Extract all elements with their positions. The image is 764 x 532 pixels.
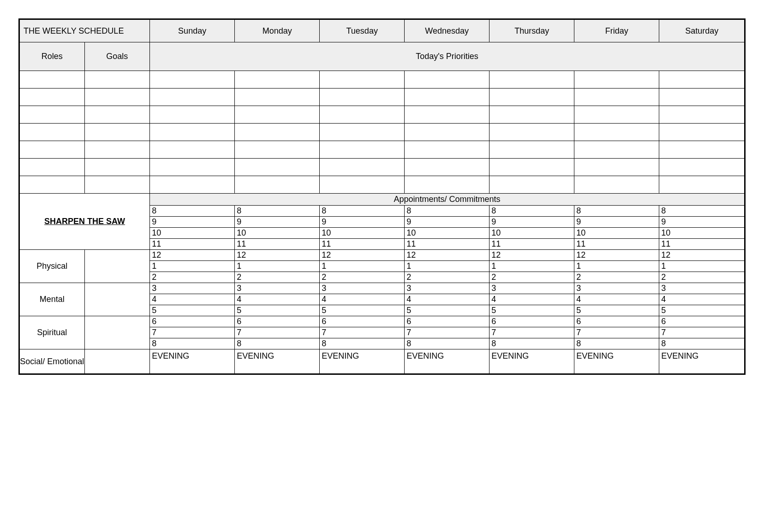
hour-cell: 9 <box>574 217 659 228</box>
evening-cell: EVENING <box>405 349 489 374</box>
hour-cell: 3 <box>235 283 320 294</box>
hour-cell: 11 <box>320 239 405 250</box>
hour-cell: 7 <box>574 327 659 338</box>
hour-cell: 7 <box>150 327 235 338</box>
hour-cell: 10 <box>489 228 574 239</box>
hour-cell: 4 <box>150 294 235 305</box>
hour-cell: 11 <box>150 239 235 250</box>
hour-cell: 7 <box>235 327 320 338</box>
day-sunday: Sunday <box>150 19 235 42</box>
hour-cell: 8 <box>574 206 659 217</box>
dimension-goal-cell <box>84 283 150 316</box>
hour-cell: 8 <box>405 338 489 349</box>
priority-row <box>19 141 745 159</box>
roles-header: Roles <box>19 42 85 71</box>
hour-cell: 12 <box>659 250 745 261</box>
day-thursday: Thursday <box>489 19 574 42</box>
hour-cell: 8 <box>320 206 405 217</box>
priorities-header: Today's Priorities <box>150 42 745 71</box>
hour-cell: 6 <box>659 316 745 327</box>
hour-cell: 11 <box>574 239 659 250</box>
hour-cell: 3 <box>320 283 405 294</box>
hour-cell: 8 <box>150 206 235 217</box>
hour-cell: 8 <box>235 338 320 349</box>
hour-cell: 12 <box>150 250 235 261</box>
day-friday: Friday <box>574 19 659 42</box>
hour-cell: 9 <box>150 217 235 228</box>
hour-cell: 5 <box>320 305 405 316</box>
evening-cell: EVENING <box>574 349 659 374</box>
hour-cell: 3 <box>150 283 235 294</box>
hour-cell: 10 <box>659 228 745 239</box>
hour-cell: 8 <box>659 206 745 217</box>
hour-cell: 2 <box>405 272 489 283</box>
priority-row <box>19 159 745 176</box>
hour-cell: 3 <box>659 283 745 294</box>
hour-cell: 8 <box>405 206 489 217</box>
hour-cell: 4 <box>574 294 659 305</box>
dimension-goal-cell <box>84 349 150 374</box>
appointments-header-row: SHARPEN THE SAW Appointments/ Commitment… <box>19 194 745 206</box>
hour-cell: 1 <box>235 261 320 272</box>
dimension-spiritual: Spiritual <box>19 316 85 349</box>
hour-cell: 6 <box>150 316 235 327</box>
hour-cell: 9 <box>235 217 320 228</box>
hour-cell: 5 <box>489 305 574 316</box>
schedule-title: THE WEEKLY SCHEDULE <box>19 19 150 42</box>
hour-cell: 8 <box>320 338 405 349</box>
hour-cell: 3 <box>574 283 659 294</box>
hour-cell: 10 <box>235 228 320 239</box>
hour-cell: 1 <box>659 261 745 272</box>
hour-cell: 12 <box>235 250 320 261</box>
hour-cell: 6 <box>489 316 574 327</box>
hour-cell: 6 <box>574 316 659 327</box>
hour-cell: 8 <box>489 338 574 349</box>
dimension-goal-cell <box>84 250 150 283</box>
hour-cell: 12 <box>405 250 489 261</box>
hour-cell: 7 <box>489 327 574 338</box>
hour-row: Physical 12 12 12 12 12 12 12 <box>19 250 745 261</box>
hour-cell: 1 <box>574 261 659 272</box>
hour-cell: 9 <box>405 217 489 228</box>
evening-row: Social/ Emotional EVENING EVENING EVENIN… <box>19 349 745 374</box>
hour-cell: 5 <box>150 305 235 316</box>
hour-cell: 11 <box>489 239 574 250</box>
evening-cell: EVENING <box>235 349 320 374</box>
day-tuesday: Tuesday <box>320 19 405 42</box>
hour-cell: 12 <box>574 250 659 261</box>
hour-cell: 2 <box>574 272 659 283</box>
hour-cell: 8 <box>235 206 320 217</box>
hour-cell: 5 <box>574 305 659 316</box>
header-row: THE WEEKLY SCHEDULE Sunday Monday Tuesda… <box>19 19 745 42</box>
hour-cell: 10 <box>320 228 405 239</box>
evening-cell: EVENING <box>150 349 235 374</box>
hour-cell: 10 <box>574 228 659 239</box>
hour-cell: 6 <box>235 316 320 327</box>
goals-header: Goals <box>84 42 150 71</box>
hour-cell: 7 <box>320 327 405 338</box>
hour-cell: 4 <box>320 294 405 305</box>
dimension-physical: Physical <box>19 250 85 283</box>
weekly-schedule-table: THE WEEKLY SCHEDULE Sunday Monday Tuesda… <box>18 18 746 375</box>
hour-row: Spiritual 6 6 6 6 6 6 6 <box>19 316 745 327</box>
hour-cell: 5 <box>405 305 489 316</box>
hour-cell: 8 <box>574 338 659 349</box>
hour-cell: 9 <box>659 217 745 228</box>
hour-cell: 5 <box>659 305 745 316</box>
evening-cell: EVENING <box>489 349 574 374</box>
hour-cell: 8 <box>150 338 235 349</box>
dimension-social-emotional: Social/ Emotional <box>19 349 85 374</box>
sharpen-the-saw-header: SHARPEN THE SAW <box>19 194 150 250</box>
priority-row <box>19 106 745 124</box>
hour-cell: 11 <box>659 239 745 250</box>
priority-row <box>19 124 745 141</box>
evening-cell: EVENING <box>659 349 745 374</box>
hour-cell: 6 <box>405 316 489 327</box>
hour-cell: 2 <box>489 272 574 283</box>
hour-cell: 3 <box>489 283 574 294</box>
dimension-mental: Mental <box>19 283 85 316</box>
hour-cell: 1 <box>405 261 489 272</box>
hour-cell: 1 <box>150 261 235 272</box>
hour-cell: 10 <box>150 228 235 239</box>
hour-cell: 6 <box>320 316 405 327</box>
